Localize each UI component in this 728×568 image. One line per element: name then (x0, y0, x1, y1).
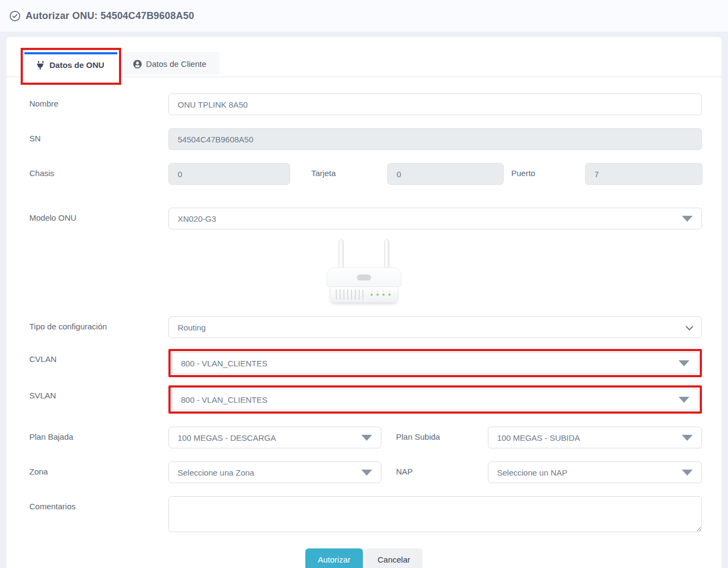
sn-label: SN (29, 128, 168, 143)
tab-datos-de-onu[interactable]: Datos de ONU (24, 52, 117, 77)
svlan-value: 800 - VLAN_CLIENTES (181, 395, 267, 404)
svlan-label: SVLAN (29, 385, 168, 400)
caret-down-icon (682, 470, 693, 476)
plan-bajada-select[interactable]: 100 MEGAS - DESCARGA (168, 427, 381, 448)
tplink-logo (357, 274, 371, 280)
annotation-box-tab-onu: Datos de ONU (21, 48, 121, 85)
nap-select[interactable]: Seleccione un NAP (488, 461, 702, 483)
cvlan-value: 800 - VLAN_CLIENTES (181, 359, 267, 368)
page-header: Autorizar ONU: 54504C47B9608A50 (0, 0, 728, 32)
plan-subida-label: Plan Subida (381, 427, 488, 441)
tipo-configuracion-label: Tipo de configuración (29, 316, 168, 331)
comentarios-label: Comentarios (29, 496, 168, 511)
cvlan-select[interactable]: 800 - VLAN_CLIENTES (172, 352, 699, 374)
modelo-onu-select[interactable]: XN020-G3 (168, 208, 702, 229)
router-led-lights (371, 294, 398, 296)
svlan-select[interactable]: 800 - VLAN_CLIENTES (172, 389, 699, 410)
caret-down-icon (682, 435, 693, 441)
sn-row: SN (7, 128, 721, 150)
plan-subida-value: 100 MEGAS - SUBIDA (497, 433, 580, 442)
zona-label: Zona (29, 461, 168, 476)
svlan-row: SVLAN 800 - VLAN_CLIENTES (7, 385, 721, 414)
router-front-panel (330, 286, 398, 303)
chasis-label: Chasis (29, 163, 168, 178)
check-circle-icon (9, 10, 21, 22)
modelo-onu-row: Modelo ONU XN020-G3 (7, 208, 721, 229)
plan-row: Plan Bajada 100 MEGAS - DESCARGA Plan Su… (7, 427, 721, 448)
zona-select[interactable]: Seleccione una Zona (168, 461, 381, 483)
action-buttons: Autorizar Cancelar (7, 548, 721, 568)
caret-down-icon (679, 397, 689, 403)
user-circle-icon (133, 60, 142, 68)
onu-device-image (318, 239, 410, 305)
tab-label-cliente: Datos de Cliente (146, 59, 206, 68)
tab-label-onu: Datos de ONU (49, 60, 104, 70)
caret-down-icon (361, 470, 372, 476)
puerto-input (585, 163, 702, 185)
nap-label: NAP (381, 461, 488, 476)
plug-icon (36, 61, 45, 70)
caret-down-icon (361, 435, 372, 441)
nombre-input[interactable] (168, 93, 702, 115)
tarjeta-label: Tarjeta (290, 163, 387, 178)
plan-bajada-label: Plan Bajada (29, 427, 168, 441)
nombre-label: Nombre (29, 93, 168, 108)
page-title: Autorizar ONU: 54504C47B9608A50 (26, 10, 194, 22)
modelo-onu-label: Modelo ONU (29, 208, 168, 222)
comentarios-row: Comentarios (7, 496, 721, 534)
plan-subida-select[interactable]: 100 MEGAS - SUBIDA (488, 427, 702, 448)
autorizar-button[interactable]: Autorizar (305, 548, 363, 568)
sn-input (168, 128, 702, 150)
caret-down-icon (682, 216, 693, 222)
router-body (327, 267, 401, 287)
annotation-box-svlan: 800 - VLAN_CLIENTES (168, 385, 702, 414)
nap-value: Seleccione un NAP (497, 468, 567, 477)
authorize-onu-card: Datos de ONU Datos de Cliente Nombre SN … (7, 37, 721, 568)
tipo-configuracion-row: Tipo de configuración Routing (7, 316, 721, 338)
comentarios-textarea[interactable] (168, 496, 702, 532)
tipo-configuracion-select[interactable]: Routing (168, 316, 702, 338)
chasis-row: Chasis Tarjeta Puerto (7, 163, 721, 185)
annotation-box-cvlan: 800 - VLAN_CLIENTES (168, 349, 702, 377)
cvlan-row: CVLAN 800 - VLAN_CLIENTES (7, 349, 721, 377)
plan-bajada-value: 100 MEGAS - DESCARGA (178, 433, 276, 442)
cvlan-label: CVLAN (29, 349, 168, 364)
tab-bar: Datos de ONU Datos de Cliente (7, 37, 721, 77)
modelo-onu-value: XN020-G3 (178, 214, 216, 223)
nombre-row: Nombre (7, 93, 721, 115)
tab-datos-de-cliente[interactable]: Datos de Cliente (121, 52, 219, 75)
tarjeta-input (387, 163, 504, 185)
caret-down-icon (679, 360, 689, 366)
chasis-input (168, 163, 290, 185)
puerto-label: Puerto (504, 163, 585, 178)
zona-value: Seleccione una Zona (178, 468, 254, 477)
zona-nap-row: Zona Seleccione una Zona NAP Seleccione … (7, 461, 721, 483)
cancelar-button[interactable]: Cancelar (365, 548, 423, 568)
onu-form: Nombre SN Chasis Tarjeta Puerto Modelo O… (7, 77, 721, 568)
router-vents (330, 290, 363, 299)
